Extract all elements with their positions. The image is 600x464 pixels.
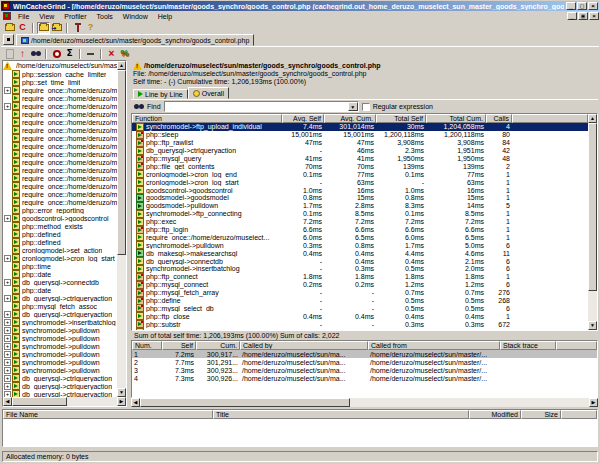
scrollbar-thumb[interactable] bbox=[12, 397, 67, 406]
function-row[interactable]: php::exec7.2ms7.2ms7.2ms7.2ms1 bbox=[132, 218, 588, 226]
function-row[interactable]: php::mysql_select_db--0.5ms0.5ms6 bbox=[132, 304, 588, 312]
function-row[interactable]: synchromodel->ftp_connecting0.1ms8.5ms0.… bbox=[132, 210, 588, 218]
tree-item[interactable]: synchromodel->pulldown bbox=[3, 366, 117, 374]
function-row[interactable]: synchromodel->ftp_upload_individual7.4ms… bbox=[132, 123, 588, 131]
function-row[interactable]: db_querysql->connectdb-0.4ms0.4ms2.1ms6 bbox=[132, 257, 588, 265]
function-row[interactable]: db_querysql->ctrlqueryaction-46ms2.3ms1,… bbox=[132, 147, 588, 155]
caller-row[interactable]: 37.3ms300,923.../home/deruzo/muselect/su… bbox=[132, 366, 597, 374]
tree-item[interactable]: require_once::/home/deruzo/muselect/su bbox=[3, 118, 117, 126]
menu-help[interactable]: Help bbox=[153, 12, 177, 21]
tree-item[interactable]: php::method_exists bbox=[3, 222, 117, 230]
page-button[interactable] bbox=[3, 48, 16, 60]
up-level-button[interactable]: ↑ bbox=[16, 48, 29, 60]
scroll-down-icon[interactable]: ▼ bbox=[117, 388, 126, 397]
tree-item[interactable]: synchromodel->pulldown bbox=[3, 358, 117, 366]
tree-item[interactable]: require_once::/home/deruzo/muselect/su bbox=[3, 190, 117, 198]
delete-button[interactable]: × bbox=[105, 48, 118, 60]
expand-icon[interactable] bbox=[4, 375, 11, 382]
column-header[interactable]: Stack trace bbox=[500, 341, 556, 350]
scrollbar-thumb[interactable] bbox=[140, 398, 350, 407]
function-row[interactable]: php::ftp_rawlist47ms47ms3,908ms3,908ms84 bbox=[132, 139, 588, 147]
regex-checkbox[interactable] bbox=[362, 103, 370, 111]
tree-item[interactable]: require_once::/home/deruzo/muselect/su bbox=[3, 110, 117, 118]
caller-row[interactable]: 17.2ms300,917.../home/deruzo/muselect/su… bbox=[132, 350, 597, 358]
function-row[interactable]: php::substr--0.3ms0.3ms672 bbox=[132, 320, 588, 328]
column-header[interactable]: Calls bbox=[486, 114, 512, 123]
menu-tools[interactable]: Tools bbox=[92, 12, 118, 21]
tree-item[interactable]: db_querysql->ctrlqueryaction bbox=[3, 374, 117, 382]
tree-item[interactable]: db_querysql->ctrlqueryaction bbox=[3, 382, 117, 390]
tree-item[interactable]: php::date bbox=[3, 286, 117, 294]
mdi-minimize-button[interactable]: _ bbox=[567, 12, 577, 20]
caller-row[interactable]: 47.3ms300,926.../home/deruzo/muselect/su… bbox=[132, 374, 597, 382]
scrollbar-thumb[interactable] bbox=[117, 70, 126, 255]
tree-item[interactable]: synchromodel->pulldown bbox=[3, 326, 117, 334]
function-row[interactable]: php::mb_convert_encoding--0.3ms0.3ms4 bbox=[132, 328, 588, 330]
open-shortcut-button[interactable] bbox=[50, 22, 63, 34]
minus-button[interactable] bbox=[84, 48, 97, 60]
function-row[interactable]: php::ftp_close0.4ms0.4ms0.4ms0.4ms1 bbox=[132, 312, 588, 320]
tree-item[interactable]: require_once::/home/deruzo/muselect/su bbox=[3, 94, 117, 102]
expand-icon[interactable] bbox=[4, 215, 11, 222]
tree-item[interactable]: db_querysql->ctrlqueryaction bbox=[3, 310, 117, 318]
find-input[interactable]: ▼ bbox=[164, 101, 359, 112]
function-row[interactable]: php::define--0.5ms0.5ms268 bbox=[132, 297, 588, 305]
tree-item[interactable]: php::error_reporting bbox=[3, 206, 117, 214]
function-row[interactable]: cronlogmodel->cron_log_end0.1ms77ms0.1ms… bbox=[132, 170, 588, 178]
tree-item[interactable]: php::time bbox=[3, 262, 117, 270]
function-table-scrollbar[interactable]: ▲ ▼ bbox=[588, 114, 597, 330]
chevron-down-icon[interactable]: ▼ bbox=[348, 102, 358, 111]
tree-item[interactable]: require_once::/home/deruzo/muselect/su bbox=[3, 158, 117, 166]
column-header[interactable]: Modified bbox=[469, 410, 521, 419]
expand-icon[interactable] bbox=[4, 319, 11, 326]
open-file-button[interactable] bbox=[3, 22, 16, 34]
function-row[interactable]: php::mysql_query41ms41ms1,950ms1,950ms48 bbox=[132, 155, 588, 163]
column-header[interactable]: Called from bbox=[368, 341, 500, 350]
expand-icon[interactable] bbox=[4, 383, 11, 390]
expand-icon[interactable] bbox=[4, 103, 11, 110]
timer-button[interactable] bbox=[50, 48, 63, 60]
function-row[interactable]: synchromodel->pulldown0.3ms0.8ms1.7ms5.0… bbox=[132, 241, 588, 249]
expand-icon[interactable] bbox=[4, 87, 11, 94]
expand-icon[interactable] bbox=[4, 327, 11, 334]
tree-item[interactable]: php::date bbox=[3, 270, 117, 278]
menu-window[interactable]: Window bbox=[118, 12, 153, 21]
tree-item[interactable]: require_once::/home/deruzo/muselect/su bbox=[3, 86, 117, 94]
tree-item[interactable]: require_once::/home/deruzo/muselect/su bbox=[3, 126, 117, 134]
tree-item[interactable]: synchromodel->pulldown bbox=[3, 350, 117, 358]
function-row[interactable]: goodsmodel->goodsmodel0.8ms15ms0.8ms15ms… bbox=[132, 194, 588, 202]
tree-root-item[interactable]: /home/deruzo/muselect/sun/master/goods_s bbox=[3, 61, 117, 70]
minimize-button[interactable]: _ bbox=[566, 2, 576, 10]
column-header[interactable]: Function bbox=[132, 114, 282, 123]
scroll-right-icon[interactable]: ▶ bbox=[117, 397, 126, 406]
scroll-left-icon[interactable]: ◀ bbox=[3, 397, 12, 406]
menu-profiler[interactable]: Profiler bbox=[59, 12, 91, 21]
folder-view-button[interactable] bbox=[37, 22, 50, 34]
menu-view[interactable]: View bbox=[34, 12, 59, 21]
reload-button[interactable]: C bbox=[16, 22, 29, 34]
tree-item[interactable]: goodscontrol->goodscontrol bbox=[3, 214, 117, 222]
scroll-right-icon[interactable]: ▶ bbox=[589, 398, 598, 407]
tree-horizontal-scrollbar[interactable]: ◀ ▶ bbox=[3, 397, 126, 406]
find-button[interactable] bbox=[29, 48, 42, 60]
column-header[interactable]: Cum. bbox=[196, 341, 240, 350]
scroll-left-icon[interactable]: ◀ bbox=[131, 398, 140, 407]
app-icon[interactable] bbox=[2, 2, 10, 10]
column-header[interactable]: Avg. Self bbox=[282, 114, 324, 123]
tree-item[interactable]: synchromodel->insertbatchlog bbox=[3, 318, 117, 326]
function-row[interactable]: php::ftp_connect1.8ms1.8ms1.8ms1.8ms1 bbox=[132, 273, 588, 281]
tree-item[interactable]: php::defined bbox=[3, 238, 117, 246]
scroll-up-icon[interactable]: ▲ bbox=[588, 114, 597, 123]
tree-item[interactable]: require_once::/home/deruzo/muselect/su bbox=[3, 134, 117, 142]
menu-file[interactable]: File bbox=[13, 12, 34, 21]
function-row[interactable]: db_makesql->makesearchsql0.4ms0.4ms4.4ms… bbox=[132, 249, 588, 257]
expand-icon[interactable] bbox=[4, 343, 11, 350]
function-row[interactable]: php::mysql_connect0.2ms0.2ms1.2ms1.2ms6 bbox=[132, 281, 588, 289]
expand-icon[interactable] bbox=[4, 335, 11, 342]
column-header[interactable]: Num. bbox=[132, 341, 162, 350]
callers-horizontal-scrollbar[interactable]: ◀ ▶ bbox=[131, 398, 598, 407]
function-row[interactable]: php::ftp_login6.6ms6.6ms6.6ms6.6ms1 bbox=[132, 226, 588, 234]
caller-row[interactable]: 27.7ms301,291.../home/deruzo/muselect/su… bbox=[132, 358, 597, 366]
tree-item[interactable]: db_querysql->ctrlqueryaction bbox=[3, 390, 117, 397]
mdi-child-icon[interactable] bbox=[3, 12, 11, 20]
